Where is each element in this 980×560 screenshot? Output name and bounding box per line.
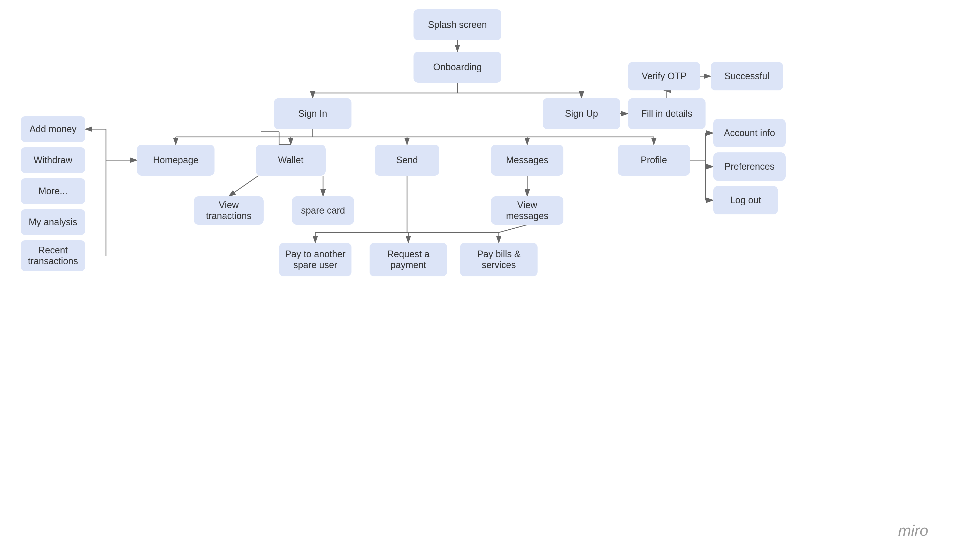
node-recent-trans[interactable]: Recent transactions [21, 240, 85, 271]
node-onboarding[interactable]: Onboarding [414, 52, 501, 83]
node-send[interactable]: Send [375, 145, 439, 176]
node-homepage[interactable]: Homepage [137, 145, 214, 176]
node-view-trans[interactable]: View tranactions [194, 196, 264, 225]
node-pay-spare[interactable]: Pay to another spare user [279, 243, 351, 277]
node-messages[interactable]: Messages [491, 145, 563, 176]
node-my-analysis[interactable]: My analysis [21, 209, 85, 235]
node-account-info[interactable]: Account info [713, 119, 786, 147]
arrows-svg [0, 0, 980, 560]
svg-line-28 [229, 176, 259, 196]
node-spare-card[interactable]: spare card [292, 196, 354, 225]
node-splash[interactable]: Splash screen [414, 9, 501, 40]
canvas: Splash screen Onboarding Sign In Sign Up… [0, 0, 980, 560]
node-add-money[interactable]: Add money [21, 116, 85, 142]
node-signin[interactable]: Sign In [274, 98, 351, 129]
node-profile[interactable]: Profile [618, 145, 690, 176]
node-fill-details[interactable]: Fill in details [628, 98, 706, 129]
node-successful[interactable]: Successful [711, 62, 783, 90]
node-request-payment[interactable]: Request a payment [369, 243, 447, 277]
svg-line-35 [499, 225, 527, 232]
node-view-messages[interactable]: View messages [491, 196, 563, 225]
node-wallet[interactable]: Wallet [256, 145, 326, 176]
node-pay-bills[interactable]: Pay bills & services [460, 243, 538, 277]
node-preferences[interactable]: Preferences [713, 152, 786, 181]
node-withdraw[interactable]: Withdraw [21, 147, 85, 173]
node-log-out[interactable]: Log out [713, 186, 778, 214]
node-signup[interactable]: Sign Up [543, 98, 620, 129]
node-more[interactable]: More... [21, 178, 85, 204]
node-verify-otp[interactable]: Verify OTP [628, 62, 700, 90]
miro-logo: miro [898, 522, 928, 539]
